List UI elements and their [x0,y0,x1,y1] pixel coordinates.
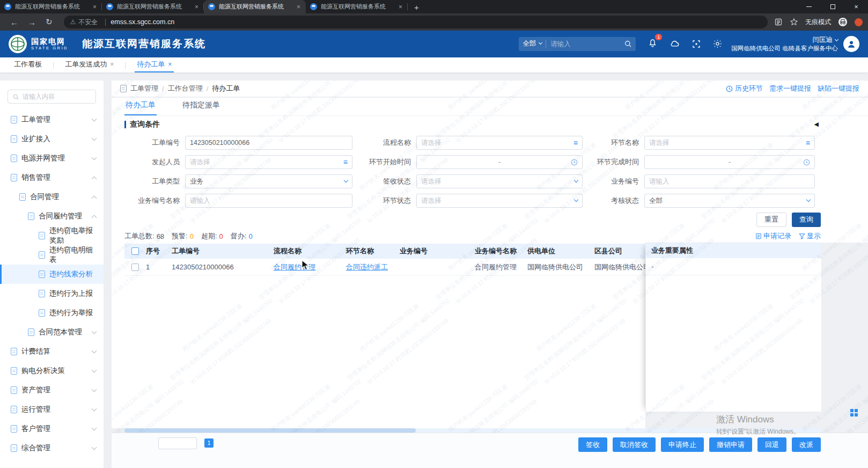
breadcrumb-item[interactable]: 工作台管理 [168,84,203,93]
list-picker-icon[interactable]: ≡ [343,158,348,166]
sidebar-search[interactable] [8,90,96,104]
business-no-field[interactable]: 请输入 [644,174,815,188]
scrollbar-thumb[interactable] [124,428,416,433]
tab-close-icon[interactable]: × [194,3,200,11]
tab-dashboard[interactable]: 工作看板 [12,57,44,72]
rollback-button[interactable]: 回退 [757,437,786,452]
grid-icon[interactable] [850,409,858,416]
reassign-button[interactable]: 改派 [792,437,821,452]
sidebar-item[interactable]: 电源并网管理 [0,149,104,168]
apply-terminate-button[interactable]: 申请终止 [661,437,704,452]
sidebar-item[interactable]: 客户管理 [0,419,104,438]
new-tab-button[interactable]: + [408,3,425,13]
page-number-button[interactable]: 1 [204,438,214,448]
column-header[interactable]: 业务编号 [400,246,475,256]
sidebar-item[interactable]: 业扩接入 [0,129,104,149]
sidebar-item[interactable]: 合同范本管理 [0,323,104,342]
sidebar-item[interactable]: 运行管理 [0,400,104,419]
sidebar-item[interactable]: 违约窃电明细表 [0,245,104,265]
tab-todo-orders[interactable]: 待办工单 [124,100,157,115]
sidebar-item[interactable]: 综合管理 [0,438,104,458]
sidebar-item[interactable]: 工单管理 [0,110,104,129]
column-header[interactable]: 工单编号 [172,246,274,256]
cancel-sign-button[interactable]: 取消签收 [613,437,656,452]
back-icon[interactable]: ← [5,18,23,27]
reload-icon[interactable]: ↻ [41,17,57,27]
fullscreen-icon[interactable] [692,39,701,49]
apply-record-link[interactable]: 申请记录 [755,231,791,241]
row-checkbox[interactable] [131,264,139,271]
close-icon[interactable]: × [168,61,172,68]
tab-close-icon[interactable]: × [92,3,98,11]
sidebar-item[interactable]: 资产管理 [0,381,104,400]
sidebar-item[interactable]: 合同履约管理 [0,207,104,226]
notification-bell[interactable]: 1 [648,38,658,50]
close-button[interactable]: × [844,0,868,13]
collapse-icon[interactable]: ◀ [814,121,819,128]
sidebar-item[interactable]: 购电分析决策 [0,361,104,381]
column-header[interactable]: 供电单位 [527,246,594,256]
process-name-field[interactable]: 请选择≡ [416,136,583,150]
reading-mode-icon[interactable] [774,18,783,26]
business-no-name-field[interactable]: 请输入 [185,194,352,208]
search-input[interactable] [546,40,624,48]
sidebar-item-active[interactable]: 违约线索分析 [0,265,104,284]
history-steps-link[interactable]: 历史环节 [726,84,763,93]
defect-report-link[interactable]: 缺陷一键提报 [818,84,859,93]
tab-close-icon[interactable]: × [398,3,403,11]
bookmark-star-icon[interactable] [790,18,798,26]
sidebar-item[interactable]: 计费结算 [0,342,104,361]
browser-tab[interactable]: 能源互联网营销服务系统 × [306,0,408,13]
initiator-field[interactable]: 请选择≡ [185,155,352,169]
list-picker-icon[interactable]: ≡ [806,139,810,147]
minimize-button[interactable] [797,0,821,13]
breadcrumb-item[interactable]: 工单管理 [130,84,158,93]
column-header[interactable]: 区县公司 [594,246,648,256]
sign-button[interactable]: 签收 [578,437,607,452]
order-no-field[interactable]: 1423050210000066 [185,136,352,150]
maximize-button[interactable] [821,0,844,13]
reset-button[interactable]: 重置 [756,213,786,227]
user-block[interactable]: 闫匡迪 国网临猗供电公司 临猗县客户服务中心 [731,35,838,53]
display-columns-link[interactable]: 显示 [799,231,821,241]
assess-status-field[interactable]: 全部 [644,194,815,208]
forward-icon[interactable]: → [23,18,41,27]
avatar[interactable] [843,36,859,52]
tab-close-icon[interactable]: × [296,3,301,11]
table-row[interactable]: 1 1423050210000066 合同履约管理 合同违约派工 合同履约管理 … [124,259,648,276]
profile-badge-icon[interactable] [855,18,863,26]
tab-pending-dispatch[interactable]: 待指定派单 [181,100,221,115]
close-icon[interactable]: × [110,61,114,68]
browser-tab-active[interactable]: 能源互联网营销服务系统 × [204,0,306,13]
sidebar-item[interactable]: 销售管理 [0,168,104,187]
step-end-time-field[interactable]: - [644,155,815,169]
browser-tab[interactable]: 能源互联网营销服务系统 × [0,0,102,13]
order-type-field[interactable]: 业务 [185,174,352,188]
revoke-apply-button[interactable]: 撤销申请 [709,437,752,452]
step-name-field[interactable]: 请选择≡ [644,136,815,150]
tab-order-sent[interactable]: 工单发送成功 × [63,57,116,72]
sidebar-item[interactable]: 违约窃电举报奖励 [0,226,104,245]
demand-report-link[interactable]: 需求一键提报 [769,84,811,93]
sidebar-search-input[interactable] [23,93,82,100]
column-header[interactable]: 环节名称 [346,246,400,256]
list-picker-icon[interactable]: ≡ [573,139,578,147]
step-link[interactable]: 合同违约派工 [346,263,388,271]
sidebar-item[interactable]: 合同管理 [0,187,104,207]
select-all-checkbox[interactable] [131,247,139,255]
tab-todo-orders[interactable]: 待办工单 × [135,57,174,72]
column-header[interactable]: 业务重要属性 [646,243,821,258]
search-icon[interactable] [624,40,632,48]
column-header[interactable]: 业务编号名称 [475,246,527,256]
search-button[interactable]: 查询 [792,213,821,227]
search-scope-select[interactable]: 全部 [519,39,546,48]
page-size-select[interactable] [158,437,197,449]
step-start-time-field[interactable]: - [416,155,583,169]
step-status-field[interactable]: 请选择 [416,194,583,208]
column-header[interactable]: 序号 [146,246,172,256]
sidebar-item[interactable]: 违约行为上报 [0,284,104,303]
cloud-icon[interactable] [669,38,680,49]
sidebar-item[interactable]: 违约行为举报 [0,303,104,323]
column-header[interactable]: 流程名称 [274,246,346,256]
address-bar[interactable]: ⚠ 不安全 emss.sx.sgcc.com.cn [64,16,768,28]
